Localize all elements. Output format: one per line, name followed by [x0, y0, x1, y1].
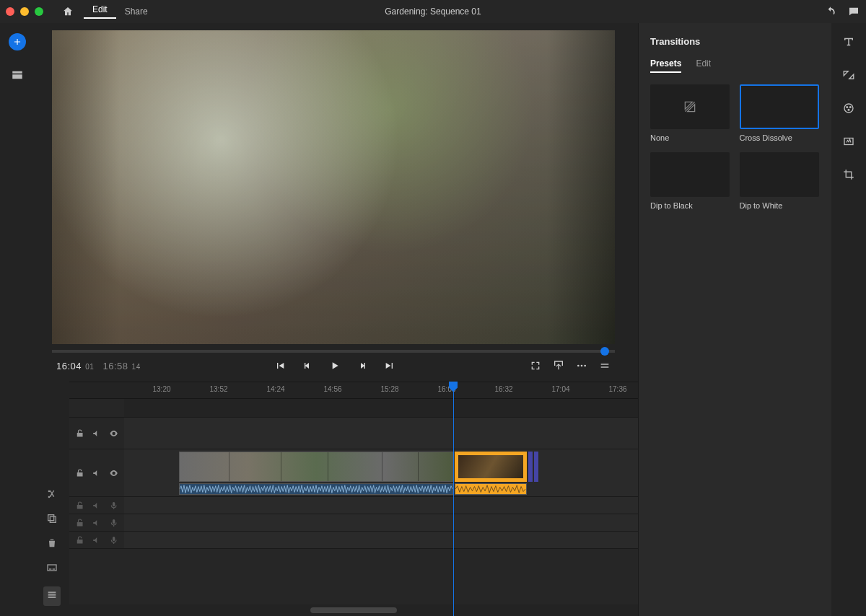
- window-maximize-button[interactable]: [35, 7, 43, 16]
- selected-audio-clip[interactable]: [455, 483, 527, 495]
- svg-line-15: [685, 102, 694, 111]
- step-forward-icon[interactable]: [357, 360, 368, 371]
- ruler-tick: 16:32: [494, 385, 512, 393]
- timeline-scrollbar[interactable]: [69, 604, 638, 616]
- preset-label: Dip to Black: [650, 201, 731, 210]
- svg-point-16: [844, 104, 853, 113]
- selected-video-clip[interactable]: [455, 452, 527, 482]
- play-icon[interactable]: [329, 360, 341, 371]
- svg-rect-0: [12, 71, 22, 74]
- track-display-button[interactable]: [43, 586, 61, 606]
- ruler-tick: 15:28: [380, 385, 398, 393]
- eye-icon[interactable]: [109, 468, 118, 478]
- scrub-playhead[interactable]: [600, 347, 609, 356]
- timeline-playhead[interactable]: [453, 382, 454, 616]
- transition-marker[interactable]: [534, 452, 538, 482]
- go-to-end-icon[interactable]: [384, 360, 395, 371]
- titles-button[interactable]: [840, 33, 857, 50]
- timeline: 13:20 13:52 14:24 14:56 15:28 16:00 16:3…: [69, 382, 638, 616]
- current-frames: 01: [85, 363, 94, 371]
- video-track-1[interactable]: [69, 449, 638, 497]
- video-clip[interactable]: [179, 452, 453, 482]
- audio-track-3[interactable]: [69, 514, 638, 532]
- menubar: Edit Share Gardening: Sequence 01: [0, 0, 866, 23]
- color-button[interactable]: [840, 100, 857, 117]
- captions-icon[interactable]: [46, 562, 58, 573]
- ruler-tick: 13:20: [152, 385, 170, 393]
- home-icon[interactable]: [62, 6, 74, 17]
- mute-icon[interactable]: [92, 535, 101, 545]
- transition-marker[interactable]: [528, 452, 533, 482]
- svg-point-17: [846, 106, 848, 108]
- audio-clip[interactable]: [179, 483, 453, 495]
- mic-icon[interactable]: [109, 535, 118, 545]
- ruler-tick: 14:24: [266, 385, 284, 393]
- lock-icon[interactable]: [75, 428, 84, 439]
- nav-share[interactable]: Share: [116, 6, 157, 17]
- preset-none[interactable]: None: [650, 84, 731, 142]
- timecode-display[interactable]: 16:04 01 16:58 14: [56, 361, 141, 371]
- svg-rect-12: [48, 591, 56, 593]
- svg-point-2: [577, 365, 579, 367]
- preset-cross-dissolve[interactable]: Cross Dissolve: [740, 84, 821, 142]
- tab-presets[interactable]: Presets: [650, 58, 681, 73]
- svg-point-18: [849, 106, 852, 108]
- lock-icon[interactable]: [75, 501, 84, 511]
- more-options-icon[interactable]: [576, 360, 587, 371]
- window-close-button[interactable]: [6, 7, 14, 16]
- step-back-icon[interactable]: [302, 360, 313, 371]
- track-title: [69, 399, 638, 418]
- left-rail: [0, 23, 35, 616]
- audio-button[interactable]: [840, 133, 857, 150]
- go-to-start-icon[interactable]: [274, 360, 286, 371]
- window-minimize-button[interactable]: [20, 7, 29, 16]
- lock-icon[interactable]: [75, 468, 84, 478]
- time-ruler[interactable]: 13:20 13:52 14:24 14:56 15:28 16:00 16:3…: [69, 382, 638, 399]
- preset-dip-to-black[interactable]: Dip to Black: [650, 152, 731, 210]
- svg-rect-7: [48, 515, 54, 521]
- preset-dip-to-white[interactable]: Dip to White: [740, 152, 821, 210]
- svg-rect-5: [601, 364, 609, 364]
- ruler-tick: 13:52: [209, 385, 227, 393]
- svg-rect-8: [50, 516, 56, 522]
- panel-menu-icon[interactable]: [599, 360, 611, 371]
- player-controls: 16:04 01 16:58 14: [52, 353, 615, 376]
- mute-icon[interactable]: [92, 468, 101, 478]
- scissors-icon[interactable]: [46, 488, 58, 500]
- duplicate-icon[interactable]: [46, 513, 58, 524]
- svg-point-4: [584, 365, 586, 367]
- mic-icon[interactable]: [109, 518, 118, 528]
- monitor-scrub-bar[interactable]: [52, 350, 615, 353]
- monitor-canvas[interactable]: [52, 30, 615, 344]
- svg-point-19: [848, 109, 850, 111]
- undo-icon[interactable]: [824, 6, 837, 17]
- add-media-button[interactable]: [9, 33, 26, 50]
- project-panel-button[interactable]: [9, 66, 26, 84]
- mute-icon[interactable]: [92, 501, 101, 511]
- svg-rect-9: [48, 565, 56, 571]
- window-controls: [6, 7, 52, 16]
- ruler-tick: 17:36: [608, 385, 626, 393]
- audio-track-4[interactable]: [69, 532, 638, 549]
- mute-icon[interactable]: [92, 518, 101, 528]
- mic-icon[interactable]: [109, 501, 118, 511]
- mute-icon[interactable]: [92, 428, 101, 439]
- eye-icon[interactable]: [109, 428, 118, 439]
- tab-edit[interactable]: Edit: [696, 58, 711, 73]
- audio-track-2[interactable]: [69, 497, 638, 514]
- ruler-tick: 17:04: [551, 385, 569, 393]
- app-window: Edit Share Gardening: Sequence 01: [0, 0, 866, 616]
- timeline-zoom-handle[interactable]: [310, 607, 397, 613]
- lock-icon[interactable]: [75, 518, 84, 528]
- fullscreen-icon[interactable]: [530, 360, 541, 371]
- comment-icon[interactable]: [847, 6, 860, 17]
- video-track-2[interactable]: [69, 418, 638, 449]
- lock-icon[interactable]: [75, 535, 84, 545]
- transitions-button[interactable]: [840, 66, 857, 84]
- crop-button[interactable]: [840, 166, 857, 183]
- trash-icon[interactable]: [46, 537, 58, 549]
- export-frame-icon[interactable]: [553, 360, 564, 371]
- nav-edit[interactable]: Edit: [84, 4, 116, 19]
- panel-title: Transitions: [650, 36, 820, 47]
- no-transition-icon: [683, 100, 697, 114]
